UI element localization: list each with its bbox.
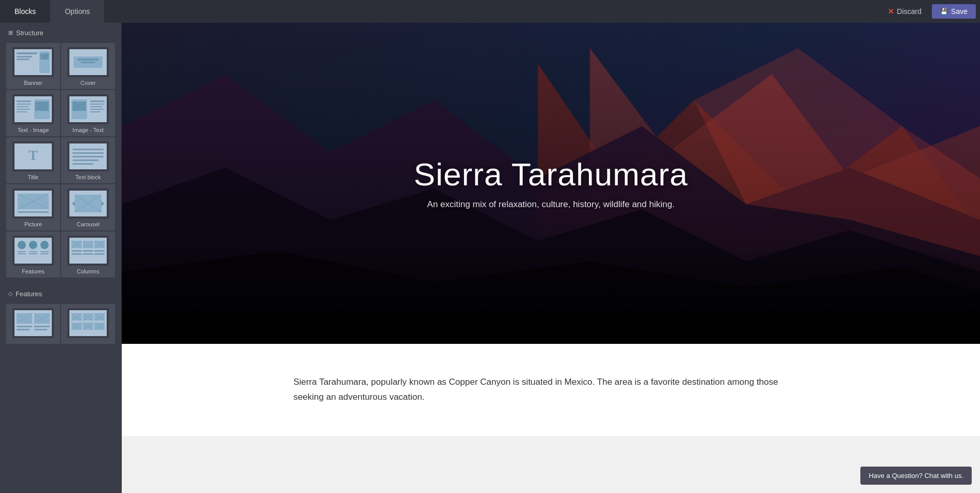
block-banner[interactable]: Banner <box>6 43 60 89</box>
content-section: Sierra Tarahumara, popularly known as Co… <box>122 344 980 436</box>
block-image-text[interactable]: Image - Text <box>61 90 115 136</box>
svg-rect-15 <box>17 106 29 107</box>
content-text: Sierra Tarahumara, popularly known as Co… <box>293 375 808 405</box>
block-text-block[interactable]: Text block <box>61 137 115 183</box>
block-features[interactable]: Features <box>6 231 60 278</box>
svg-rect-39 <box>73 163 93 165</box>
block-preview-columns <box>67 236 109 266</box>
block-feat2[interactable] <box>61 304 115 344</box>
svg-point-53 <box>29 241 37 249</box>
hero-section: Sierra Tarahumara An exciting mix of rel… <box>122 23 980 344</box>
block-preview-picture <box>12 189 54 219</box>
features-blocks-grid <box>0 302 121 350</box>
svg-rect-73 <box>94 250 105 252</box>
block-preview-title: T <box>12 141 54 171</box>
svg-rect-71 <box>71 250 82 252</box>
block-title[interactable]: T Title <box>6 137 60 183</box>
svg-rect-27 <box>90 100 105 102</box>
svg-text:T: T <box>28 147 38 163</box>
svg-rect-72 <box>83 250 93 252</box>
block-carousel[interactable]: Carousel <box>61 184 115 230</box>
x-icon: ✕ <box>888 7 894 16</box>
block-text-image[interactable]: Text - Image <box>6 90 60 136</box>
block-cover[interactable]: Cover <box>61 43 115 89</box>
hero-content: Sierra Tarahumara An exciting mix of rel… <box>208 157 895 210</box>
diamond-icon: ◇ <box>8 291 12 297</box>
svg-rect-10 <box>78 59 98 61</box>
svg-rect-86 <box>17 329 30 330</box>
sidebar-wrapper: ⊞ Structure <box>0 23 122 493</box>
svg-rect-74 <box>71 253 82 255</box>
svg-rect-31 <box>90 111 100 112</box>
structure-blocks-grid: Banner Cover <box>0 41 121 284</box>
grid-icon: ⊞ <box>8 30 13 36</box>
svg-rect-85 <box>34 326 50 327</box>
svg-rect-1 <box>17 52 37 54</box>
block-preview-image-text <box>67 94 109 124</box>
svg-rect-36 <box>73 152 104 154</box>
svg-rect-58 <box>29 253 37 254</box>
svg-point-52 <box>18 241 26 249</box>
svg-rect-28 <box>90 104 105 105</box>
top-bar: Blocks Options ✕ Discard 💾 Save <box>0 0 980 23</box>
svg-rect-35 <box>73 149 104 150</box>
discard-button[interactable]: ✕ Discard <box>882 4 928 19</box>
svg-rect-16 <box>17 109 30 110</box>
svg-rect-75 <box>83 253 93 255</box>
tab-bar: Blocks Options <box>0 0 104 23</box>
svg-rect-13 <box>17 100 31 102</box>
svg-rect-87 <box>34 329 47 330</box>
chat-bubble[interactable]: Have a Question? Chat with us. <box>860 467 972 485</box>
svg-rect-11 <box>81 62 95 63</box>
svg-rect-2 <box>17 56 32 57</box>
block-columns[interactable]: Columns <box>61 231 115 278</box>
svg-rect-76 <box>94 253 105 255</box>
svg-rect-57 <box>29 251 37 252</box>
block-feat1[interactable] <box>6 304 60 344</box>
svg-rect-38 <box>73 160 98 161</box>
top-bar-actions: ✕ Discard 💾 Save <box>882 4 980 19</box>
svg-rect-37 <box>73 156 104 157</box>
svg-rect-29 <box>90 106 103 107</box>
svg-rect-44 <box>18 211 49 213</box>
block-preview-text-image <box>12 94 54 124</box>
main-layout: ⊞ Structure <box>0 23 980 493</box>
sidebar: ⊞ Structure <box>0 23 122 493</box>
structure-section-header: ⊞ Structure <box>0 23 121 41</box>
svg-rect-3 <box>17 59 30 60</box>
svg-rect-17 <box>17 111 27 112</box>
block-preview-features <box>12 236 54 266</box>
block-picture[interactable]: Picture <box>6 184 60 230</box>
tab-options[interactable]: Options <box>50 0 104 23</box>
hero-title: Sierra Tarahumara <box>208 157 895 192</box>
block-preview-text-block <box>67 141 109 171</box>
features-section-header: ◇ Features <box>0 284 121 302</box>
block-preview-feat2 <box>67 308 109 338</box>
block-preview-feat1 <box>12 308 54 338</box>
save-button[interactable]: 💾 Save <box>932 4 976 19</box>
svg-rect-56 <box>18 253 26 254</box>
hero-subtitle: An exciting mix of relaxation, culture, … <box>208 199 895 210</box>
svg-rect-55 <box>18 251 26 252</box>
block-preview-cover <box>67 47 109 77</box>
block-preview-banner <box>12 47 54 77</box>
block-preview-carousel <box>67 189 109 219</box>
tab-blocks[interactable]: Blocks <box>0 0 50 23</box>
save-icon: 💾 <box>940 8 948 15</box>
svg-rect-59 <box>40 251 49 252</box>
svg-point-54 <box>40 241 49 249</box>
svg-rect-84 <box>17 326 32 327</box>
canvas-area: Sierra Tarahumara An exciting mix of rel… <box>122 23 980 493</box>
svg-rect-14 <box>17 104 31 105</box>
svg-rect-30 <box>90 109 104 110</box>
svg-rect-60 <box>40 253 49 254</box>
